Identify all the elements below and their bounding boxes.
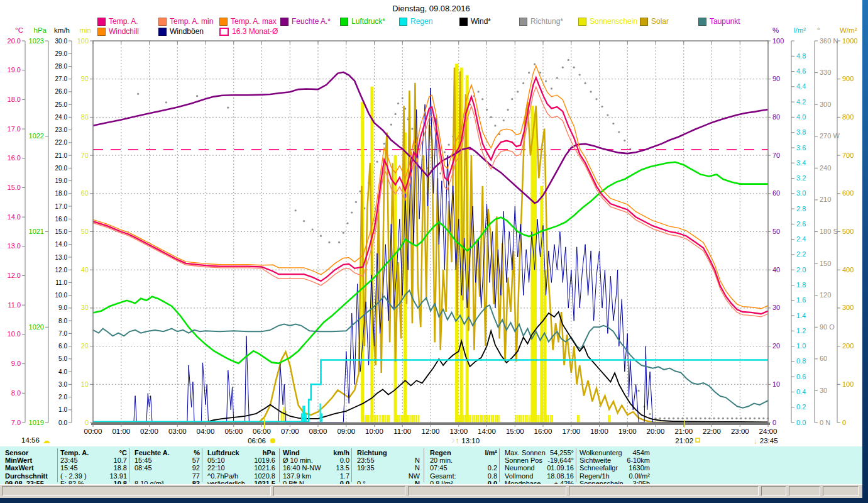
svg-text:2.4: 2.4 (796, 235, 806, 243)
svg-text:10:00: 10:00 (365, 428, 383, 435)
svg-text:03:00: 03:00 (168, 428, 187, 435)
svg-text:13:00: 13:00 (449, 428, 468, 435)
svg-text:5.0: 5.0 (58, 355, 67, 362)
table-col-header: Windkm/h (283, 449, 349, 456)
table-row-label: MaxWert (5, 464, 58, 472)
svg-text:300: 300 (820, 101, 831, 108)
table-separator (351, 448, 352, 482)
svg-text:05:00: 05:00 (224, 428, 243, 435)
svg-text:120: 120 (820, 291, 831, 299)
svg-text:11.0: 11.0 (55, 279, 67, 286)
svg-text:13.0: 13.0 (8, 242, 21, 250)
svg-text:9.0: 9.0 (58, 304, 67, 311)
table-col-wind: Windkm/hØ 10 min.0.016:40 N-NW13.5137.9 … (283, 449, 349, 487)
svg-text:23.0: 23.0 (55, 126, 68, 133)
svg-text:2.8: 2.8 (796, 205, 806, 213)
table-row: Vollmond18.08.16 (505, 472, 574, 480)
svg-text:240: 240 (820, 164, 831, 172)
down-arrow-icon: ↓ (754, 437, 757, 446)
table-row-label: Sensor (5, 449, 58, 456)
table-row: 05:101019.6 (207, 456, 275, 464)
table-col-tempa: Temp. A.°C23:4510.715:4518.8( - 2.39 )13… (60, 449, 127, 487)
svg-text:4.8: 4.8 (796, 52, 806, 60)
table-col-richtung: Richtung23:55N19:35NNW0 °N (357, 449, 420, 487)
svg-text:12.0: 12.0 (8, 272, 21, 279)
status-panel-4 (761, 486, 786, 496)
table-row: NW (357, 472, 420, 480)
svg-text:50: 50 (772, 228, 780, 235)
axis-kmh: 0.01.02.03.04.05.06.07.08.09.010.011.012… (54, 26, 72, 426)
svg-text:2.2: 2.2 (796, 250, 806, 258)
svg-text:14.0: 14.0 (55, 241, 68, 248)
svg-text:17.0: 17.0 (55, 203, 68, 210)
stats-table: SensorMinWertMaxWertDurchschnitt09.08. 2… (0, 446, 862, 484)
svg-text:1.0: 1.0 (796, 342, 806, 350)
svg-text:19.0: 19.0 (8, 66, 21, 74)
svg-text:150: 150 (820, 260, 831, 267)
svg-text:26.0: 26.0 (55, 88, 68, 95)
svg-text:14.0: 14.0 (8, 213, 21, 221)
svg-text:0.0: 0.0 (796, 419, 806, 426)
svg-text:14:00: 14:00 (478, 428, 496, 435)
series-sonnenschein (281, 64, 611, 423)
svg-text:80: 80 (81, 113, 89, 121)
svg-text:l/m²: l/m² (794, 26, 806, 34)
table-row: 16:40 N-NW13.5 (283, 464, 349, 472)
axis-%: 0102030405060708090100% (767, 26, 784, 426)
table-col-luftdruck: LuftdruckhPa05:101019.622:101021.6^0.7hP… (207, 449, 275, 487)
table-col-feuchtea: Feuchte A.%15:455708:4592778.10 g/m³82 (135, 449, 200, 487)
svg-text:330: 330 (820, 69, 831, 76)
sunrise-time: 06:06 (248, 437, 266, 445)
axis-min: 0102030405060708090100min (77, 26, 93, 426)
svg-text:23:00: 23:00 (731, 428, 749, 435)
svg-text:1021: 1021 (29, 228, 44, 235)
table-row-label: MinWert (5, 456, 58, 464)
svg-text:16.0: 16.0 (8, 154, 21, 162)
svg-text:11:00: 11:00 (393, 428, 411, 435)
svg-text:360 N: 360 N (820, 37, 838, 45)
svg-text:20: 20 (772, 342, 780, 350)
up-arrow-icon: ↑ (455, 436, 459, 445)
svg-text:100: 100 (77, 37, 89, 45)
desktop: { "window": { "title": "Dienstag, 09.08.… (0, 0, 868, 503)
axis-lm: 0.00.20.40.60.81.01.21.41.61.82.02.22.42… (791, 26, 806, 426)
svg-text:20:00: 20:00 (647, 428, 665, 435)
svg-text:24:00: 24:00 (759, 428, 777, 435)
table-separator (424, 448, 424, 482)
moonset-time: 14:56 (21, 436, 40, 444)
table-row: Max. Sonnen54,255° (505, 449, 574, 456)
svg-text:08:00: 08:00 (309, 428, 327, 435)
svg-text:4.2: 4.2 (796, 98, 806, 106)
svg-text:04:00: 04:00 (197, 428, 215, 435)
svg-text:24.0: 24.0 (55, 114, 68, 121)
axis-hPa: 10191020102110221023hPa (29, 26, 48, 426)
svg-text:210: 210 (820, 196, 831, 203)
status-panel-5 (789, 486, 820, 496)
svg-text:2.0: 2.0 (796, 266, 806, 274)
svg-text:1.2: 1.2 (796, 327, 806, 334)
table-row: Neumond01.09.16 (505, 464, 574, 472)
svg-text:600: 600 (842, 189, 854, 197)
table-row: 137.9 km1.7 (283, 472, 349, 480)
sunset-square-icon (696, 438, 700, 442)
app-window: Dienstag, 09.08.2016 Temp. A.Temp. A. mi… (0, 0, 862, 498)
svg-text:6.0: 6.0 (58, 343, 67, 350)
svg-text:0.0: 0.0 (58, 419, 67, 426)
svg-text:1.4: 1.4 (796, 312, 806, 319)
status-bar (0, 484, 862, 498)
svg-text:1.8: 1.8 (796, 281, 806, 289)
table-separator (129, 448, 129, 482)
table-row: 20 min. (430, 456, 497, 464)
svg-text:4.0: 4.0 (58, 368, 67, 375)
svg-text:18.0: 18.0 (8, 96, 21, 103)
table-row: 22:101021.6 (207, 464, 275, 472)
svg-text:W/m²: W/m² (840, 26, 857, 34)
table-separator (279, 448, 280, 482)
svg-text:0: 0 (772, 419, 776, 426)
svg-text:100: 100 (842, 380, 854, 388)
svg-text:10.0: 10.0 (8, 330, 21, 338)
svg-text:3.4: 3.4 (796, 159, 806, 167)
sunset-time: 21:02 (675, 437, 693, 445)
svg-text:3.0: 3.0 (58, 381, 67, 388)
svg-text:15:00: 15:00 (506, 428, 524, 435)
